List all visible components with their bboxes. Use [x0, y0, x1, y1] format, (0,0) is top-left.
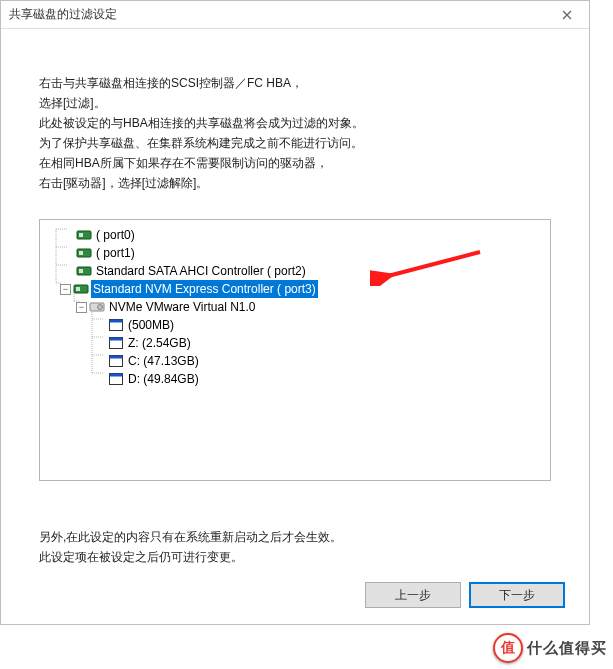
svg-rect-17 — [79, 269, 83, 273]
tree-label-selected: Standard NVM Express Controller ( port3) — [91, 280, 318, 298]
disk-icon — [89, 300, 105, 314]
adapter-icon — [76, 246, 92, 260]
tree-node-volume[interactable]: (500MB) — [44, 316, 546, 334]
instruction-line: 在相同HBA所属下如果存在不需要限制访问的驱动器， — [39, 153, 551, 173]
watermark: 值 什么值得买 — [493, 633, 607, 663]
close-button[interactable] — [545, 1, 589, 29]
collapse-icon[interactable]: − — [76, 302, 87, 313]
device-tree: ( port0) ( port1) Standard SATA AHCI Con… — [44, 226, 546, 388]
svg-rect-27 — [110, 356, 123, 359]
tree-node-volume[interactable]: C: (47.13GB) — [44, 352, 546, 370]
volume-icon — [108, 372, 124, 386]
instruction-line: 右击与共享磁盘相连接的SCSI控制器／FC HBA， — [39, 73, 551, 93]
tree-label: C: (47.13GB) — [126, 352, 201, 370]
tree-label: NVMe VMware Virtual N1.0 — [107, 298, 258, 316]
watermark-badge-icon: 值 — [493, 633, 523, 663]
tree-label: Z: (2.54GB) — [126, 334, 193, 352]
tree-node-port2[interactable]: Standard SATA AHCI Controller ( port2) — [44, 262, 546, 280]
adapter-icon — [73, 282, 89, 296]
window-title: 共享磁盘的过滤设定 — [9, 6, 117, 23]
tree-label: ( port0) — [94, 226, 137, 244]
back-button-label: 上一步 — [395, 587, 431, 604]
footnote-line: 此设定项在被设定之后仍可进行变更。 — [39, 547, 551, 567]
titlebar: 共享磁盘的过滤设定 — [1, 1, 589, 29]
svg-rect-23 — [110, 320, 123, 323]
adapter-icon — [76, 228, 92, 242]
svg-rect-13 — [79, 233, 83, 237]
svg-point-21 — [98, 305, 103, 310]
tree-label: (500MB) — [126, 316, 176, 334]
next-button[interactable]: 下一步 — [469, 582, 565, 608]
tree-node-volume[interactable]: D: (49.84GB) — [44, 370, 546, 388]
svg-rect-29 — [110, 374, 123, 377]
tree-node-port3[interactable]: − Standard NVM Express Controller ( port… — [44, 280, 546, 298]
tree-node-volume[interactable]: Z: (2.54GB) — [44, 334, 546, 352]
svg-rect-19 — [76, 287, 80, 291]
tree-label: D: (49.84GB) — [126, 370, 201, 388]
footnote-line: 另外,在此设定的内容只有在系统重新启动之后才会生效。 — [39, 527, 551, 547]
watermark-badge-text: 值 — [501, 639, 515, 657]
volume-icon — [108, 336, 124, 350]
svg-rect-25 — [110, 338, 123, 341]
svg-rect-15 — [79, 251, 83, 255]
tree-node-port0[interactable]: ( port0) — [44, 226, 546, 244]
instruction-line: 选择[过滤]。 — [39, 93, 551, 113]
instruction-line: 此处被设定的与HBA相连接的共享磁盘将会成为过滤的对象。 — [39, 113, 551, 133]
collapse-icon[interactable]: − — [60, 284, 71, 295]
instructions-text: 右击与共享磁盘相连接的SCSI控制器／FC HBA， 选择[过滤]。 此处被设定… — [39, 73, 551, 193]
footnote-text: 另外,在此设定的内容只有在系统重新启动之后才会生效。 此设定项在被设定之后仍可进… — [39, 527, 551, 567]
instruction-line: 为了保护共享磁盘、在集群系统构建完成之前不能进行访问。 — [39, 133, 551, 153]
close-icon — [562, 10, 572, 20]
volume-icon — [108, 354, 124, 368]
tree-label: Standard SATA AHCI Controller ( port2) — [94, 262, 308, 280]
watermark-text: 什么值得买 — [527, 639, 607, 658]
back-button[interactable]: 上一步 — [365, 582, 461, 608]
tree-label: ( port1) — [94, 244, 137, 262]
adapter-icon — [76, 264, 92, 278]
volume-icon — [108, 318, 124, 332]
tree-node-nvme-device[interactable]: − NVMe VMware Virtual N1.0 — [44, 298, 546, 316]
dialog-content: 右击与共享磁盘相连接的SCSI控制器／FC HBA， 选择[过滤]。 此处被设定… — [1, 73, 589, 567]
dialog-window: 共享磁盘的过滤设定 右击与共享磁盘相连接的SCSI控制器／FC HBA， 选择[… — [0, 0, 590, 625]
tree-panel[interactable]: ( port0) ( port1) Standard SATA AHCI Con… — [39, 219, 551, 481]
instruction-line: 右击[驱动器]，选择[过滤解除]。 — [39, 173, 551, 193]
button-bar: 上一步 下一步 — [365, 582, 565, 608]
tree-node-port1[interactable]: ( port1) — [44, 244, 546, 262]
next-button-label: 下一步 — [499, 587, 535, 604]
